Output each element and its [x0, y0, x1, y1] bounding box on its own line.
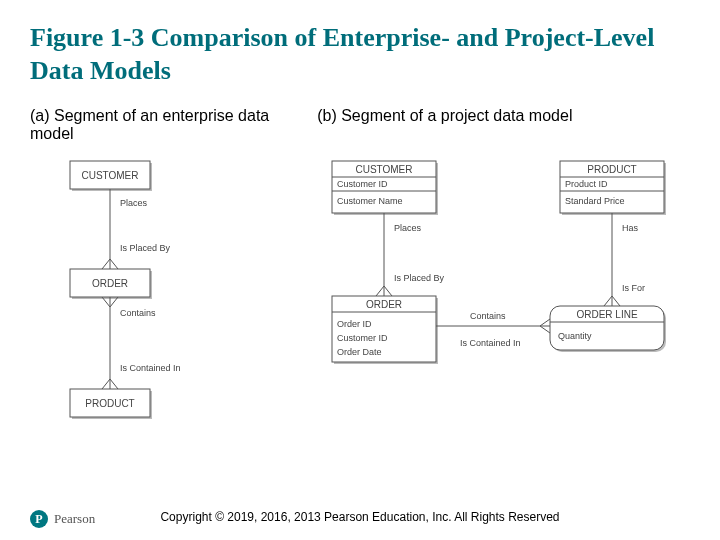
svg-line-28: [604, 296, 612, 306]
order-attr2: Customer ID: [337, 333, 388, 343]
rel-is-placed-by: Is Placed By: [120, 243, 171, 253]
svg-line-3: [102, 259, 110, 269]
rel-places: Places: [120, 198, 148, 208]
product-attr1: Product ID: [565, 179, 608, 189]
entity-order-b: ORDER: [366, 299, 402, 310]
customer-attr2: Customer Name: [337, 196, 403, 206]
svg-line-10: [110, 379, 118, 389]
rel-contains-b: Contains: [470, 311, 506, 321]
rel-is-placed-by-b: Is Placed By: [394, 273, 445, 283]
copyright-text: Copyright © 2019, 2016, 2013 Pearson Edu…: [0, 510, 720, 524]
entity-customer-b: CUSTOMER: [355, 164, 412, 175]
svg-line-37: [540, 319, 550, 326]
diagram-b: CUSTOMER Customer ID Customer Name PRODU…: [230, 151, 690, 445]
rel-contains: Contains: [120, 308, 156, 318]
product-attr2: Standard Price: [565, 196, 625, 206]
entity-product: PRODUCT: [85, 398, 134, 409]
svg-line-9: [102, 379, 110, 389]
captions-row: (a) Segment of an enterprise data model …: [0, 97, 720, 143]
order-attr3: Order Date: [337, 347, 382, 357]
diagram-a-svg: CUSTOMER Places Is Placed By ORDER Conta…: [30, 151, 200, 441]
svg-line-38: [540, 326, 550, 333]
entity-order: ORDER: [92, 278, 128, 289]
diagram-b-svg: CUSTOMER Customer ID Customer Name PRODU…: [260, 151, 680, 441]
entity-customer: CUSTOMER: [81, 170, 138, 181]
svg-line-25: [376, 286, 384, 296]
entity-order-line: ORDER LINE: [576, 309, 637, 320]
diagram-a: CUSTOMER Places Is Placed By ORDER Conta…: [30, 151, 230, 445]
svg-line-29: [612, 296, 620, 306]
order-attr1: Order ID: [337, 319, 372, 329]
rel-has: Has: [622, 223, 639, 233]
diagrams-row: CUSTOMER Places Is Placed By ORDER Conta…: [0, 143, 720, 445]
order-line-attr1: Quantity: [558, 331, 592, 341]
rel-places-b: Places: [394, 223, 422, 233]
caption-a: (a) Segment of an enterprise data model: [30, 107, 307, 143]
figure-title: Figure 1-3 Comparison of Enterprise- and…: [0, 0, 720, 97]
svg-line-4: [110, 259, 118, 269]
entity-product-b: PRODUCT: [587, 164, 636, 175]
svg-line-26: [384, 286, 392, 296]
rel-is-contained-in: Is Contained In: [120, 363, 181, 373]
caption-b: (b) Segment of a project data model: [307, 107, 690, 143]
rel-is-contained-in-b: Is Contained In: [460, 338, 521, 348]
rel-is-for: Is For: [622, 283, 645, 293]
customer-attr1: Customer ID: [337, 179, 388, 189]
